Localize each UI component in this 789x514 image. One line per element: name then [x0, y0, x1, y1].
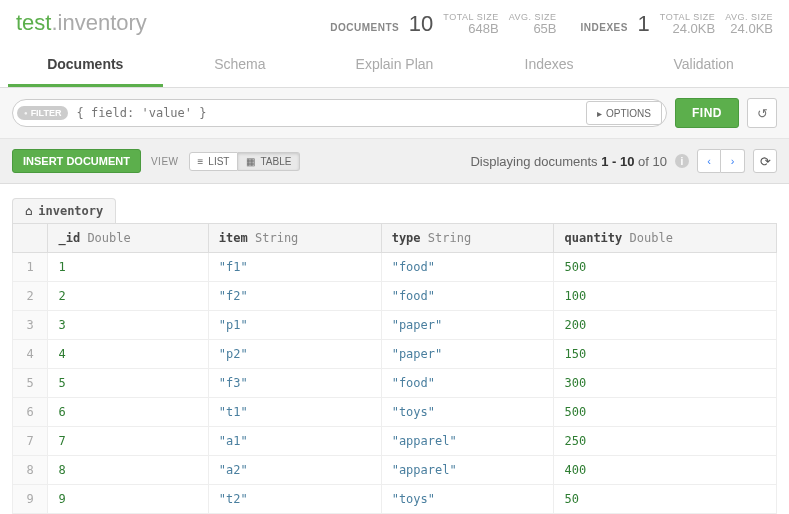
reset-icon: ↺	[757, 106, 768, 121]
tab-documents[interactable]: Documents	[8, 46, 163, 87]
cell-quantity[interactable]: 500	[554, 253, 777, 282]
pager-text: Displaying documents 1 - 10 of 10	[470, 154, 667, 169]
tab-indexes[interactable]: Indexes	[472, 46, 627, 87]
cell-quantity[interactable]: 250	[554, 427, 777, 456]
table-row[interactable]: 44"p2""paper"150	[13, 340, 777, 369]
chevron-left-icon: ‹	[707, 155, 711, 167]
cell-item[interactable]: "f2"	[208, 282, 381, 311]
cell-_id[interactable]: 7	[48, 427, 208, 456]
caret-right-icon: ▸	[597, 108, 602, 119]
cell-_id[interactable]: 1	[48, 253, 208, 282]
info-icon[interactable]: i	[675, 154, 689, 168]
tab-bar: Documents Schema Explain Plan Indexes Va…	[0, 46, 789, 88]
cell-type[interactable]: "toys"	[381, 398, 554, 427]
cell-item[interactable]: "p2"	[208, 340, 381, 369]
row-number: 8	[13, 456, 48, 485]
cell-type[interactable]: "paper"	[381, 340, 554, 369]
cell-_id[interactable]: 5	[48, 369, 208, 398]
chevron-right-icon: ›	[731, 155, 735, 167]
table-row[interactable]: 33"p1""paper"200	[13, 311, 777, 340]
row-number: 4	[13, 340, 48, 369]
tab-validation[interactable]: Validation	[626, 46, 781, 87]
page-prev-button[interactable]: ‹	[697, 149, 721, 173]
cell-quantity[interactable]: 100	[554, 282, 777, 311]
table-row[interactable]: 88"a2""apparel"400	[13, 456, 777, 485]
cell-type[interactable]: "food"	[381, 253, 554, 282]
collection-breadcrumb[interactable]: ⌂ inventory	[12, 198, 116, 223]
cell-_id[interactable]: 8	[48, 456, 208, 485]
cell-item[interactable]: "t1"	[208, 398, 381, 427]
row-number: 5	[13, 369, 48, 398]
cell-type[interactable]: "apparel"	[381, 456, 554, 485]
tab-explain-plan[interactable]: Explain Plan	[317, 46, 472, 87]
table-row[interactable]: 22"f2""food"100	[13, 282, 777, 311]
table-icon: ▦	[246, 156, 255, 167]
cell-type[interactable]: "food"	[381, 282, 554, 311]
table-row[interactable]: 11"f1""food"500	[13, 253, 777, 282]
list-icon: ≡	[198, 156, 204, 167]
cell-_id[interactable]: 4	[48, 340, 208, 369]
cell-item[interactable]: "a1"	[208, 427, 381, 456]
page-next-button[interactable]: ›	[721, 149, 745, 173]
cell-quantity[interactable]: 500	[554, 398, 777, 427]
table-row[interactable]: 66"t1""toys"500	[13, 398, 777, 427]
cell-type[interactable]: "toys"	[381, 485, 554, 514]
cell-quantity[interactable]: 300	[554, 369, 777, 398]
cell-quantity[interactable]: 400	[554, 456, 777, 485]
table-row[interactable]: 99"t2""toys"50	[13, 485, 777, 514]
view-table-button[interactable]: ▦TABLE	[238, 152, 300, 171]
cell-item[interactable]: "f1"	[208, 253, 381, 282]
cell-item[interactable]: "f3"	[208, 369, 381, 398]
stat-documents: DOCUMENTS 10	[330, 13, 433, 35]
namespace-title: test.inventory	[16, 10, 147, 36]
table-row[interactable]: 55"f3""food"300	[13, 369, 777, 398]
insert-document-button[interactable]: INSERT DOCUMENT	[12, 149, 141, 173]
cell-quantity[interactable]: 50	[554, 485, 777, 514]
view-list-button[interactable]: ≡LIST	[189, 152, 239, 171]
stat-doc-avg-size: AVG. SIZE 65B	[509, 12, 557, 35]
options-button[interactable]: ▸OPTIONS	[586, 101, 662, 125]
column-header-quantity[interactable]: quantity Double	[554, 224, 777, 253]
row-number: 7	[13, 427, 48, 456]
find-button[interactable]: FIND	[675, 98, 739, 128]
view-label: VIEW	[151, 156, 179, 167]
column-header-_id[interactable]: _id Double	[48, 224, 208, 253]
cell-_id[interactable]: 2	[48, 282, 208, 311]
column-header-type[interactable]: type String	[381, 224, 554, 253]
refresh-icon: ⟳	[760, 154, 771, 169]
cell-_id[interactable]: 9	[48, 485, 208, 514]
stat-doc-total-size: TOTAL SIZE 648B	[443, 12, 498, 35]
row-number: 9	[13, 485, 48, 514]
stat-idx-avg-size: AVG. SIZE 24.0KB	[725, 12, 773, 35]
cell-type[interactable]: "paper"	[381, 311, 554, 340]
cell-quantity[interactable]: 200	[554, 311, 777, 340]
cell-quantity[interactable]: 150	[554, 340, 777, 369]
reset-button[interactable]: ↺	[747, 98, 777, 128]
filter-badge: FILTER	[17, 106, 68, 120]
tab-schema[interactable]: Schema	[163, 46, 318, 87]
column-header-item[interactable]: item String	[208, 224, 381, 253]
documents-table: _id Doubleitem Stringtype Stringquantity…	[12, 223, 777, 514]
row-number: 3	[13, 311, 48, 340]
home-icon: ⌂	[25, 204, 32, 218]
table-row[interactable]: 77"a1""apparel"250	[13, 427, 777, 456]
filter-box[interactable]: FILTER ▸OPTIONS	[12, 99, 667, 127]
cell-type[interactable]: "apparel"	[381, 427, 554, 456]
cell-_id[interactable]: 3	[48, 311, 208, 340]
cell-item[interactable]: "a2"	[208, 456, 381, 485]
cell-_id[interactable]: 6	[48, 398, 208, 427]
refresh-button[interactable]: ⟳	[753, 149, 777, 173]
cell-item[interactable]: "p1"	[208, 311, 381, 340]
stat-idx-total-size: TOTAL SIZE 24.0KB	[660, 12, 715, 35]
cell-type[interactable]: "food"	[381, 369, 554, 398]
stat-indexes: INDEXES 1	[581, 13, 650, 35]
cell-item[interactable]: "t2"	[208, 485, 381, 514]
database-name: test	[16, 10, 51, 35]
row-number: 6	[13, 398, 48, 427]
row-number: 1	[13, 253, 48, 282]
collection-name: inventory	[58, 10, 147, 35]
filter-input[interactable]	[68, 106, 586, 120]
row-number: 2	[13, 282, 48, 311]
view-toggle: ≡LIST ▦TABLE	[189, 152, 301, 171]
